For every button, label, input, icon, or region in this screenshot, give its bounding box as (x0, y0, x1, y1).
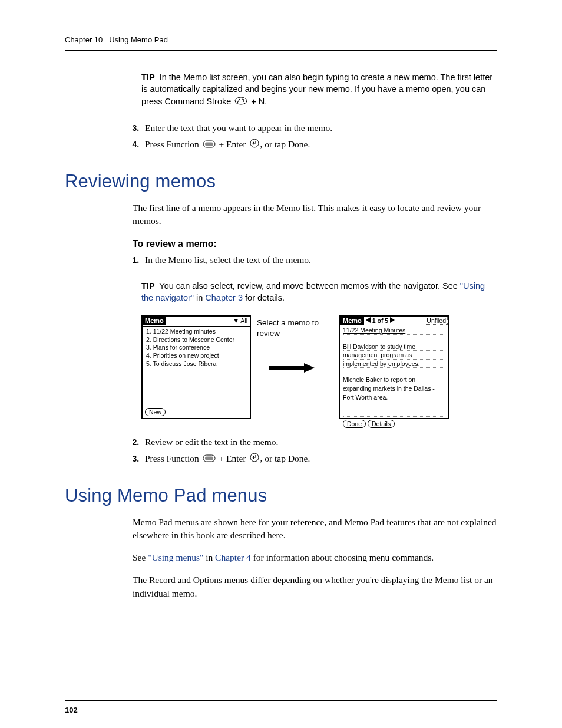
svg-marker-6 (366, 317, 371, 323)
tip-label: TIP (141, 73, 155, 82)
section2-para1: Memo Pad menus are shown here for your r… (133, 516, 497, 542)
section2-para2: See "Using menus" in Chapter 4 for infor… (133, 551, 497, 564)
tip2-text-b: in (194, 293, 205, 302)
category-unfiled[interactable]: Unfiled (425, 317, 448, 325)
memo-detail-title: Memo (340, 317, 364, 325)
memo-title-line: 11/22 Meeting Minutes (343, 326, 445, 335)
memo-list-screen: Memo ▼ All 1. 11/22 Meeting minutes 2. D… (141, 315, 251, 419)
memo-line: management program as (343, 351, 445, 360)
list-item[interactable]: 5. To discuss Jose Ribera (146, 360, 246, 368)
page-number: 102 (65, 706, 78, 714)
memo-line: Bill Davidson to study time (343, 342, 445, 351)
memo-list-title: Memo (143, 317, 166, 325)
new-button[interactable]: New (145, 408, 166, 416)
list-item[interactable]: 2. Directions to Moscone Center (146, 336, 246, 344)
enter-key-icon (250, 137, 259, 153)
figure-caption: Select a memo to review (257, 318, 333, 338)
enter-key-icon (250, 451, 259, 467)
prev-arrow-icon[interactable] (366, 317, 371, 324)
step-review-1: In the Memo list, select the text of the… (141, 252, 497, 268)
link-chapter-3[interactable]: Chapter 3 (205, 293, 243, 302)
memo-list-items: 1. 11/22 Meeting minutes 2. Directions t… (143, 327, 250, 406)
section-heading-menus: Using Memo Pad menus (65, 485, 497, 506)
step-3: Enter the text that you want to appear i… (141, 120, 497, 136)
steps-list-b: Review or edit the text in the memo. Pre… (133, 434, 497, 467)
details-button[interactable]: Details (368, 420, 395, 428)
svg-point-0 (235, 97, 247, 104)
next-arrow-icon[interactable] (390, 317, 395, 324)
list-item[interactable]: 3. Plans for conference (146, 344, 246, 352)
tip-block-2: TIP You can also select, review, and mov… (141, 280, 497, 304)
memo-detail-body[interactable]: 11/22 Meeting Minutes Bill Davidson to s… (340, 325, 448, 418)
command-stroke-icon (234, 96, 247, 108)
list-item[interactable]: 1. 11/22 Meeting minutes (146, 328, 246, 336)
step-b-2: Review or edit the text in the memo. (141, 434, 497, 450)
subhead-review: To review a memo: (133, 239, 497, 249)
svg-marker-5 (304, 363, 315, 373)
section1-para: The first line of a memo appears in the … (133, 202, 497, 228)
memo-detail-screen: Memo 1 of 5 Unfiled 11/22 Meeting Minute… (339, 315, 449, 419)
svg-marker-7 (390, 317, 395, 323)
memo-line: Fort Worth area. (343, 393, 445, 402)
figure-mid-column: Select a memo to review (257, 315, 333, 377)
tip2-text-c: for details. (243, 293, 285, 302)
section2-para3: The Record and Options menus differ depe… (133, 574, 497, 600)
tip-label-2: TIP (141, 281, 155, 291)
page-header: Chapter 10 Using Memo Pad (65, 35, 497, 51)
tip-text-after: + N. (249, 97, 267, 106)
function-key-icon (203, 137, 216, 153)
tip-block: TIP In the Memo list screen, you can als… (141, 71, 497, 108)
tip-text-before: In the Memo list screen, you can also be… (141, 73, 492, 106)
page-footer: 102 (65, 700, 497, 714)
memo-line: implemented by employees. (343, 360, 445, 368)
link-chapter-4[interactable]: Chapter 4 (215, 552, 251, 562)
chapter-label: Chapter 10 (65, 35, 103, 44)
memo-counter: 1 of 5 (372, 317, 388, 324)
tip2-text-a: You can also select, review, and move be… (159, 281, 459, 291)
svg-rect-9 (205, 457, 213, 460)
done-button[interactable]: Done (343, 420, 366, 428)
chapter-title: Using Memo Pad (109, 35, 168, 44)
link-using-menus[interactable]: "Using menus" (148, 552, 203, 562)
list-item[interactable]: 4. Priorities on new project (146, 352, 246, 360)
memo-line: Michele Baker to report on (343, 375, 445, 384)
memo-category-dropdown[interactable]: ▼ All (233, 317, 250, 324)
memo-line: expanding markets in the Dallas - (343, 384, 445, 393)
figure-row: Memo ▼ All 1. 11/22 Meeting minutes 2. D… (141, 315, 497, 419)
step-b-3: Press Function + Enter , or tap Done. (141, 450, 497, 467)
section-heading-reviewing: Reviewing memos (65, 171, 497, 192)
step-4: Press Function + Enter , or tap Done. (141, 136, 497, 153)
steps-list-a: Enter the text that you want to appear i… (133, 120, 497, 153)
steps-list-review: In the Memo list, select the text of the… (133, 252, 497, 268)
arrow-right-icon (269, 362, 333, 377)
svg-rect-2 (205, 143, 213, 146)
function-key-icon (203, 451, 216, 467)
